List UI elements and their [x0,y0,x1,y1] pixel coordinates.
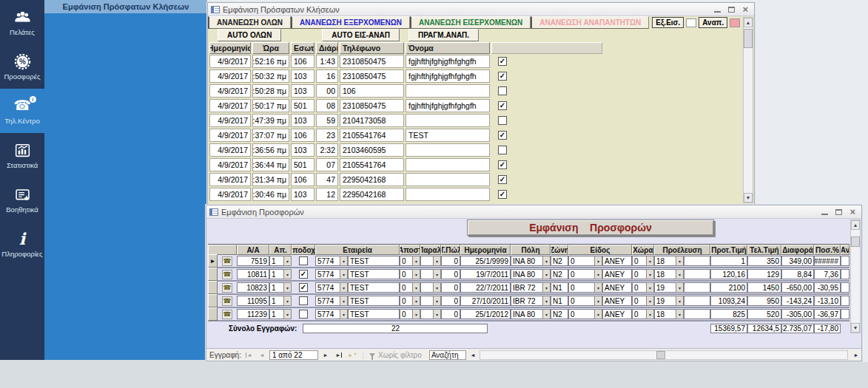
tpol-field[interactable]: 0 [441,282,460,293]
scroll-up-icon[interactable]: ▲ [851,220,860,230]
origin-combo-value[interactable]: 18 [654,269,676,279]
scroll-thumb[interactable] [656,351,665,359]
call-date-cell[interactable]: 4/9/2017 [209,129,251,142]
call-duration-cell[interactable]: 08 [316,99,338,112]
dropdown-arrow-icon[interactable]: ▾ [433,309,441,319]
call-checkbox[interactable]: ✓ [498,101,507,110]
call-name-cell[interactable] [406,173,490,186]
call-name-cell[interactable]: TEST [406,129,490,142]
apost-combo-value[interactable]: 0 [400,282,412,293]
origin-combo-value[interactable]: 18 [654,256,676,266]
dropdown-arrow-icon[interactable]: ▾ [594,256,602,266]
paral-combo-value[interactable] [420,256,433,266]
city-combo-value[interactable]: IBR 72 [511,296,542,306]
kind-name-field[interactable]: ΑΝΕΥ [602,269,632,279]
call-phone-cell[interactable]: 2295042168 [340,173,404,186]
dropdown-arrow-icon[interactable]: ▾ [340,256,348,266]
kind-code-combo-value[interactable]: 0 [568,296,594,306]
offer-date-field[interactable]: 25/1/2012 [460,309,511,319]
call-checkbox[interactable]: ✓ [498,57,507,66]
call-phone-cell[interactable]: 2105541764 [340,158,404,171]
dropdown-arrow-icon[interactable]: ▾ [340,282,348,293]
scroll-thumb[interactable] [851,236,860,247]
difference-field[interactable]: -143,24 [781,296,814,306]
minimize-icon[interactable] [821,208,828,215]
initial-price-field[interactable]: 1 [710,256,747,266]
call-checkbox[interactable]: ✓ [498,160,507,169]
call-extension-cell[interactable]: 103 [291,188,314,201]
dropdown-arrow-icon[interactable]: ▾ [283,296,292,306]
percent-field[interactable]: -13,10 [814,296,841,306]
scroll-left-icon[interactable]: ◄ [468,350,478,360]
call-date-cell[interactable]: 4/9/2017 [209,69,251,83]
minimize-icon[interactable] [714,6,721,13]
call-phone-cell[interactable]: 2295042168 [340,188,404,201]
origin-combo-value[interactable]: 19 [654,282,676,293]
call-time-cell[interactable]: 11:37:07 πμ [252,129,289,142]
dial-button[interactable]: ☎ [222,256,232,266]
call-time-cell[interactable]: 11:31:34 πμ [252,173,289,186]
dropdown-arrow-icon[interactable]: ▾ [542,269,551,279]
zone-field[interactable]: N2 [551,309,568,319]
origin-text-field[interactable] [684,282,710,293]
call-date-cell[interactable]: 4/9/2017 [209,55,251,68]
country-combo-value[interactable]: 0 [632,296,646,306]
row-selector[interactable] [208,307,218,321]
horizontal-scrollbar[interactable] [480,350,848,360]
country-combo-value[interactable]: 0 [632,269,646,279]
maximize-icon[interactable] [835,209,842,215]
maximize-icon[interactable] [728,7,735,13]
dropdown-arrow-icon[interactable]: ▾ [412,309,420,319]
call-date-cell[interactable]: 4/9/2017 [209,114,251,127]
paral-combo-value[interactable] [420,282,433,293]
call-date-cell[interactable]: 4/9/2017 [209,84,251,98]
dial-button[interactable]: ☎ [222,296,232,306]
tab-auto-all[interactable]: AUTO ΟΛΩΝ [218,29,281,41]
dropdown-arrow-icon[interactable]: ▾ [542,296,551,306]
call-name-cell[interactable] [406,143,490,157]
company-name-field[interactable]: TEST [348,256,400,266]
dropdown-arrow-icon[interactable]: ▾ [676,296,684,306]
dropdown-arrow-icon[interactable]: ▾ [676,309,684,319]
zone-field[interactable]: N1 [551,282,568,293]
call-extension-cell[interactable]: 103 [291,114,314,127]
close-icon[interactable]: × [742,6,748,13]
refresh-missed-button[interactable]: ΑΝΑΝΕΩΣΗ ΑΝΑΠΑΝΤΗΤΩΝ [531,16,649,29]
dropdown-arrow-icon[interactable]: ▾ [283,309,292,319]
city-combo-value[interactable]: IBR 72 [511,282,542,293]
offer-id-field[interactable]: 11095 [237,296,269,306]
dropdown-arrow-icon[interactable]: ▾ [412,282,420,293]
call-duration-cell[interactable]: 1:43 [316,55,338,68]
kind-name-field[interactable]: ΑΝΕΥ [602,256,632,266]
city-combo-value[interactable]: INA 80 [511,269,542,279]
company-code-combo-value[interactable]: 5774 [315,296,340,306]
dropdown-arrow-icon[interactable]: ▾ [646,309,654,319]
call-name-cell[interactable]: fgjhfthjfghjgfhfghgfh [406,55,490,68]
sidebar-item-call-center[interactable]: ☎i Τηλ.Κέντρο [0,89,44,133]
row-selector[interactable] [208,294,218,307]
call-time-cell[interactable]: 11:50:28 πμ [252,84,289,98]
truncated-field[interactable] [841,309,850,319]
call-duration-cell[interactable]: 12 [316,188,338,201]
call-extension-cell[interactable]: 103 [291,84,314,98]
apost-combo-value[interactable]: 0 [400,309,412,319]
apost-combo-value[interactable]: 0 [400,256,412,266]
call-phone-cell[interactable]: 2104173058 [340,114,404,127]
call-date-cell[interactable]: 4/9/2017 [209,188,251,201]
sidebar-item-offers[interactable]: % Προσφορές [0,44,44,89]
dial-button[interactable]: ☎ [222,310,232,319]
origin-text-field[interactable] [684,269,710,279]
call-checkbox[interactable]: ✓ [498,175,507,184]
zone-field[interactable]: N1 [551,296,568,306]
offer-date-field[interactable]: 27/10/2011 [460,296,511,306]
call-extension-cell[interactable]: 106 [291,129,314,142]
dial-button[interactable]: ☎ [222,283,232,293]
search-input[interactable]: Αναζήτη [429,350,466,360]
city-combo-value[interactable]: INA 80 [511,309,542,319]
call-extension-cell[interactable]: 103 [291,69,314,83]
dropdown-arrow-icon[interactable]: ▾ [594,282,602,293]
final-price-field[interactable]: 129 [747,269,781,279]
call-time-cell[interactable]: 11:30:46 πμ [252,188,289,201]
call-date-cell[interactable]: 4/9/2017 [209,99,251,112]
percent-field[interactable]: -36,97 [814,309,841,319]
